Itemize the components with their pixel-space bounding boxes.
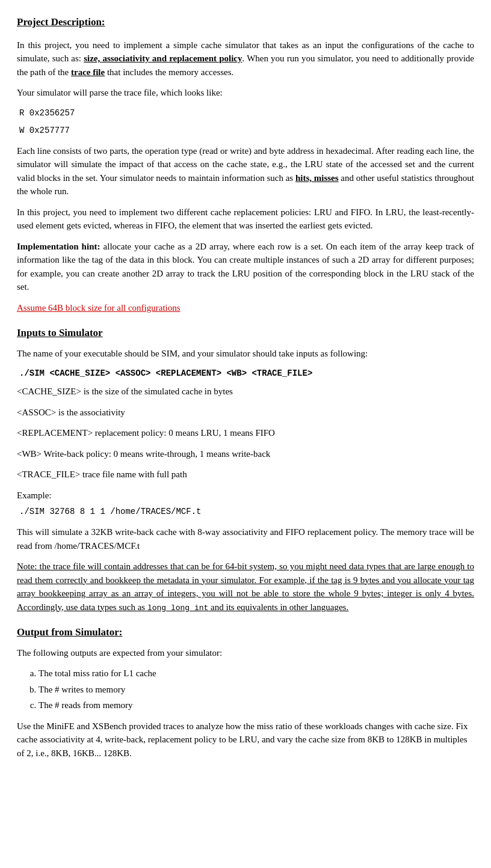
output-intro: The following outputs are expected from … (17, 646, 474, 660)
example-description: This will simulate a 32KB write-back cac… (17, 525, 474, 552)
sim-command: ./SIM <CACHE_SIZE> <ASSOC> <REPLACEMENT>… (19, 367, 474, 380)
assume-block-paragraph: Assume 64B block size for all configurat… (17, 301, 474, 315)
impl-hint-paragraph: Implementation hint: allocate your cache… (17, 240, 474, 294)
note-mono: long long int (147, 604, 208, 613)
assume-text: Assume 64B block size for all configurat… (17, 303, 181, 313)
size-associativity-text: size, associativity and replacement poli… (84, 53, 242, 63)
note-paragraph: Note: the trace file will contain addres… (17, 560, 474, 614)
page-title: Project Description: (17, 14, 474, 30)
output-section: Output from Simulator: The following out… (17, 625, 474, 760)
project-description-section: Project Description: In this project, yo… (17, 14, 474, 314)
output-item-1: The total miss ratio for L1 cache (39, 667, 474, 680)
inputs-section: Inputs to Simulator The name of your exe… (17, 325, 474, 614)
output-list: The total miss ratio for L1 cache The # … (39, 667, 474, 712)
hits-text: hits, (295, 173, 312, 183)
code-write: W 0x257777 (19, 124, 474, 137)
final-paragraph: Use the MiniFE and XSBench provided trac… (17, 720, 474, 760)
each-line-paragraph: Each line consists of two parts, the ope… (17, 144, 474, 198)
wb-paragraph: <WB> Write-back policy: 0 means write-th… (17, 447, 474, 461)
inputs-title: Inputs to Simulator (17, 325, 474, 341)
code-read: R 0x2356257 (19, 107, 474, 120)
replacement-paragraph-2: <REPLACEMENT> replacement policy: 0 mean… (17, 426, 474, 440)
trace-parse-paragraph: Your simulator will parse the trace file… (17, 86, 474, 100)
cache-size-paragraph: <CACHE_SIZE> is the size of the simulate… (17, 385, 474, 399)
executable-paragraph: The name of your executable should be SI… (17, 347, 474, 361)
output-title: Output from Simulator: (17, 625, 474, 640)
intro-paragraph: In this project, you need to implement a… (17, 38, 474, 79)
replacement-paragraph: In this project, you need to implement t… (17, 206, 474, 233)
assoc-paragraph: <ASSOC> is the associativity (17, 406, 474, 420)
output-item-2: The # writes to memory (39, 683, 474, 697)
example-command: ./SIM 32768 8 1 1 /home/TRACES/MCF.t (19, 506, 474, 518)
impl-hint-label: Implementation hint: (17, 242, 100, 251)
example-label: Example: (17, 489, 474, 503)
intro-text-3: that includes the memory accesses. (105, 67, 233, 77)
note-text-2: and its equivalents in other languages. (208, 602, 348, 612)
trace-file-paragraph: <TRACE_FILE> trace file name with full p… (17, 468, 474, 481)
output-item-3: The # reads from memory (39, 698, 474, 712)
trace-file-text: trace file (71, 67, 105, 77)
misses-text: misses (312, 173, 339, 183)
